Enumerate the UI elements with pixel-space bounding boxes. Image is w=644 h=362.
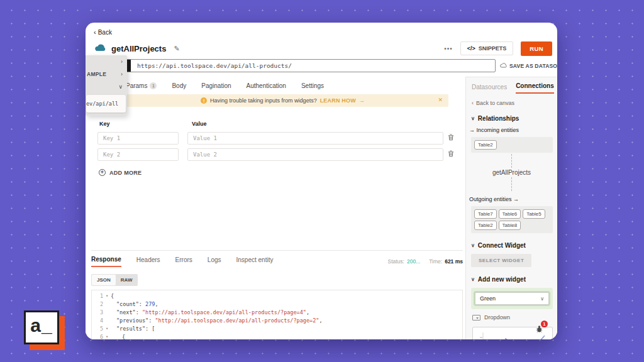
more-menu-button[interactable]: ••• [444,45,453,52]
tab-logs[interactable]: Logs [208,256,221,266]
tab-body[interactable]: Body [172,82,186,89]
incoming-entities-label: → Incoming entities [469,127,557,133]
chevron-down-icon: ∨ [471,116,475,121]
code-icon: </> [467,45,475,52]
code-line: 2"count": 279, [92,300,462,309]
table-chip[interactable]: Table2 [474,221,497,230]
param-row [97,131,465,145]
explorer-flyout: › AMPLE › ∨ ev/api/all [86,55,127,116]
flyout-row-expanded[interactable]: ∨ [86,80,127,93]
widget-type-row[interactable]: Dropdown [472,314,557,321]
tab-connections[interactable]: Connections [516,82,554,94]
value-input-2[interactable] [187,148,443,161]
table-chip[interactable]: Table7 [474,209,497,219]
back-button[interactable]: ‹ Back [86,23,557,36]
status-label: Status: [387,258,404,265]
new-widget-preview: Green ∨ [471,288,553,309]
tab-raw[interactable]: RAW [116,275,138,285]
tab-params[interactable]: Params 1 [126,82,157,89]
url-input[interactable]: https://api.toolspace.dev/api/all-produc… [123,59,496,72]
back-to-canvas-label: Back to canvas [476,100,514,106]
snippets-button[interactable]: </> SNIPPETS [460,41,514,55]
table-chip[interactable]: Table2 [474,140,497,150]
value-input-1[interactable] [187,132,443,145]
param-row [97,147,465,162]
run-button[interactable]: RUN [521,41,552,56]
outgoing-entities-label: Outgoing entities → [469,196,557,202]
dropdown-widget-icon [472,315,480,321]
trash-icon [448,134,454,141]
flyout-api-item-label: ev/api/all [86,101,118,107]
banner-close-icon[interactable]: ✕ [438,97,443,103]
key-column-header: Key [99,121,192,127]
tab-pagination[interactable]: Pagination [201,82,231,89]
relationship-connector [511,177,512,191]
tab-inspect-entity[interactable]: Inspect entity [236,256,274,266]
time-value: 621 ms [445,258,463,265]
logo-card: a_ [24,310,59,344]
brand-logo: a_ [24,310,60,346]
flyout-row-group[interactable]: AMPLE › [86,68,127,80]
connect-widget-section-header[interactable]: ∨ Connect Widget [471,242,557,249]
tab-authentication[interactable]: Authentication [247,82,286,89]
url-text: https://api.toolspace.dev/api/all-produc… [131,62,292,69]
chevron-right-icon: › [121,71,123,77]
chevron-down-icon: ∨ [118,84,123,90]
table-chip[interactable]: Table5 [523,209,545,219]
back-chevron-icon: ‹ [472,100,474,106]
add-new-widget-section-header[interactable]: ∨ Add new widget [471,276,557,283]
params-count-badge: 1 [150,82,157,89]
tab-datasources[interactable]: Datasources [472,84,507,94]
error-count-badge: 1 [541,321,548,327]
time-label: Time: [429,258,442,265]
table-chip[interactable]: Table8 [499,221,521,230]
chevron-right-icon: › [121,58,123,65]
add-new-widget-label: Add new widget [478,276,526,283]
app-window: ‹ Back getAllProjects ✎ ••• </> SNIPPETS… [86,23,557,339]
widget-select-value: Green [480,295,496,302]
warning-icon: ! [201,97,207,104]
back-chevron-icon: ‹ [94,28,96,36]
learn-how-link[interactable]: LEARN HOW [320,97,356,104]
title-row: getAllProjects ✎ ••• </> SNIPPETS RUN [86,36,557,55]
widget-type-label: Dropdown [484,314,510,321]
relationship-connector [511,154,512,168]
flyout-group-label: AMPLE [87,71,106,77]
key-input-2[interactable] [97,148,179,161]
plus-icon: + [99,169,106,176]
add-more-button[interactable]: + ADD MORE [99,169,142,176]
cloud-icon [94,43,106,54]
debug-button[interactable]: 1 [535,324,543,336]
code-line: 6▾{ [92,333,462,339]
response-code-editor[interactable]: 1▾{2"count": 279,3"next": "http://api.to… [91,290,463,339]
flyout-row-collapsed[interactable]: › [86,55,127,68]
edit-pencil-icon[interactable]: ✎ [174,45,179,53]
widgets-help-banner: ! Having trouble taking inputs from widg… [117,94,448,107]
select-widget-button[interactable]: SELECT WIDGET [471,254,531,267]
delete-row-button[interactable] [447,148,455,160]
tab-headers[interactable]: Headers [136,256,160,266]
key-input-1[interactable] [97,132,179,145]
table-chip[interactable]: Table6 [499,209,521,219]
code-line: 4"previous": "http://api.toolspace.dev/a… [92,317,462,325]
logo-text: a_ [30,315,52,336]
tab-errors[interactable]: Errors [175,256,192,266]
response-tabs: Response Headers Errors Logs Inspect ent… [91,250,463,267]
widget-select-dropdown[interactable]: Green ∨ [475,292,549,305]
tab-settings[interactable]: Settings [301,82,324,89]
tab-json[interactable]: JSON [92,275,116,285]
code-line: 5▾"results": [ [92,325,462,333]
delete-row-button[interactable] [447,132,455,144]
tab-response[interactable]: Response [91,256,121,267]
add-more-label: ADD MORE [109,170,142,176]
code-line: 3"next": "http://api.toolspace.dev/api/a… [92,309,462,317]
save-as-datasource-label: SAVE AS DATASOURCE [509,63,557,69]
relationships-section-header[interactable]: ∨ Relationships [471,115,557,122]
url-row: https://api.toolspace.dev/api/all-produc… [123,59,552,72]
back-to-canvas-button[interactable]: ‹ Back to canvas [472,100,557,106]
back-label: Back [98,29,112,36]
main-column: Params 1 Body Pagination Authentication … [86,77,465,339]
flyout-api-item[interactable]: ev/api/all [86,95,126,112]
save-as-datasource-button[interactable]: SAVE AS DATASOURCE [500,63,557,69]
api-name: getAllProjects [111,44,166,53]
